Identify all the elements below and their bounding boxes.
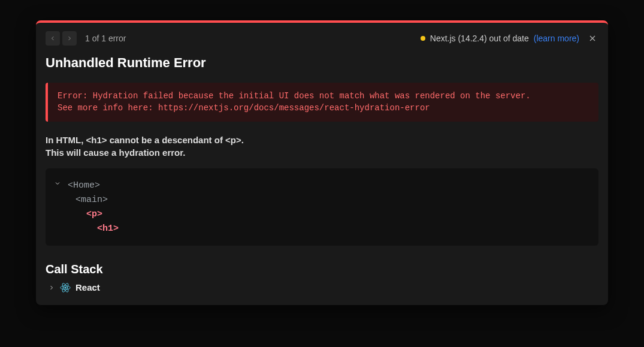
arrow-left-icon <box>49 35 56 42</box>
tree-row-p: <p> <box>54 207 590 222</box>
page-title: Unhandled Runtime Error <box>36 52 608 80</box>
tree-row-h1: <h1> <box>54 222 590 236</box>
react-icon <box>60 282 71 293</box>
secondary-line-1: In HTML, <h1> cannot be a descendant of … <box>46 134 598 146</box>
error-panel: 1 of 1 error Next.js (14.2.4) out of dat… <box>36 20 608 305</box>
tree-tag-home: <Home> <box>68 180 100 191</box>
component-tree: <Home> <main> <p> <h1> <box>46 168 598 246</box>
error-count: 1 of 1 error <box>85 34 126 43</box>
secondary-message: In HTML, <h1> cannot be a descendant of … <box>36 131 608 168</box>
topbar-left: 1 of 1 error <box>46 31 126 46</box>
status-dot-icon <box>421 36 425 41</box>
close-button[interactable] <box>586 32 598 44</box>
topbar-right: Next.js (14.2.4) out of date (learn more… <box>421 32 598 44</box>
error-line-1: Error: Hydration failed because the init… <box>58 90 589 102</box>
close-icon <box>588 34 597 43</box>
chevron-right-icon <box>48 284 55 291</box>
learn-more-link[interactable]: (learn more) <box>534 34 579 43</box>
secondary-line-2: This will cause a hydration error. <box>46 146 598 159</box>
next-error-button[interactable] <box>62 31 77 46</box>
svg-point-0 <box>64 286 66 288</box>
tree-row-main: <main> <box>54 193 590 207</box>
status-text: Next.js (14.2.4) out of date <box>430 34 529 43</box>
prev-error-button[interactable] <box>46 31 60 46</box>
tree-tag-h1: <h1> <box>97 224 119 234</box>
tree-row-home[interactable]: <Home> <box>54 178 590 193</box>
topbar: 1 of 1 error Next.js (14.2.4) out of dat… <box>36 23 608 52</box>
nav-arrows <box>46 31 77 46</box>
chevron-down-icon <box>54 178 62 192</box>
error-message-box: Error: Hydration failed because the init… <box>46 83 598 122</box>
arrow-right-icon <box>66 35 73 42</box>
tree-tag-main: <main> <box>75 195 108 205</box>
callstack-item-react[interactable]: React <box>36 282 608 305</box>
version-status: Next.js (14.2.4) out of date (learn more… <box>421 34 579 43</box>
callstack-title: Call Stack <box>36 262 608 282</box>
callstack-label: React <box>75 282 100 292</box>
tree-tag-p: <p> <box>86 209 102 219</box>
error-line-2: See more info here: https://nextjs.org/d… <box>58 102 589 114</box>
